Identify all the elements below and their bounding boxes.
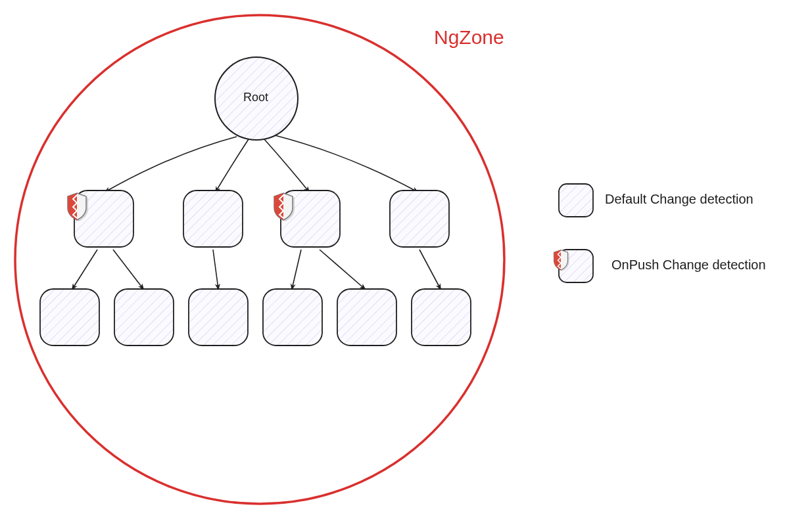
- component-node-default: [390, 190, 449, 247]
- legend-swatch-onpush: [554, 250, 594, 282]
- legend-swatches: [554, 184, 594, 282]
- edges-mid-to-leaf: [72, 250, 441, 289]
- ngzone-label: NgZone: [434, 26, 504, 49]
- mid-nodes-layer: [68, 190, 449, 247]
- component-node-default: [114, 289, 174, 346]
- leaf-nodes-layer: [40, 289, 471, 346]
- svg-rect-11: [337, 289, 396, 346]
- component-node-onpush: [274, 190, 340, 247]
- component-node-default: [183, 190, 243, 247]
- component-node-default: [189, 289, 248, 346]
- svg-rect-9: [189, 289, 248, 346]
- svg-rect-10: [263, 289, 322, 346]
- edges-root-to-mid: [105, 135, 418, 192]
- diagram-svg: [0, 0, 812, 513]
- component-node-default: [337, 289, 396, 346]
- component-node-default: [263, 289, 322, 346]
- diagram-canvas: NgZone Root Default Change detection OnP…: [0, 0, 812, 513]
- svg-rect-8: [114, 289, 174, 346]
- component-node-default: [412, 289, 471, 346]
- root-node-label: Root: [243, 91, 268, 104]
- legend-default-label: Default Change detection: [605, 192, 753, 207]
- legend-swatch-default: [559, 184, 593, 217]
- svg-rect-12: [412, 289, 471, 346]
- svg-rect-7: [40, 289, 99, 346]
- legend-onpush-label: OnPush Change detection: [611, 257, 766, 273]
- svg-rect-6: [390, 190, 449, 247]
- component-node-onpush: [68, 190, 133, 247]
- svg-rect-13: [559, 184, 593, 217]
- svg-rect-4: [183, 190, 243, 247]
- component-node-default: [40, 289, 99, 346]
